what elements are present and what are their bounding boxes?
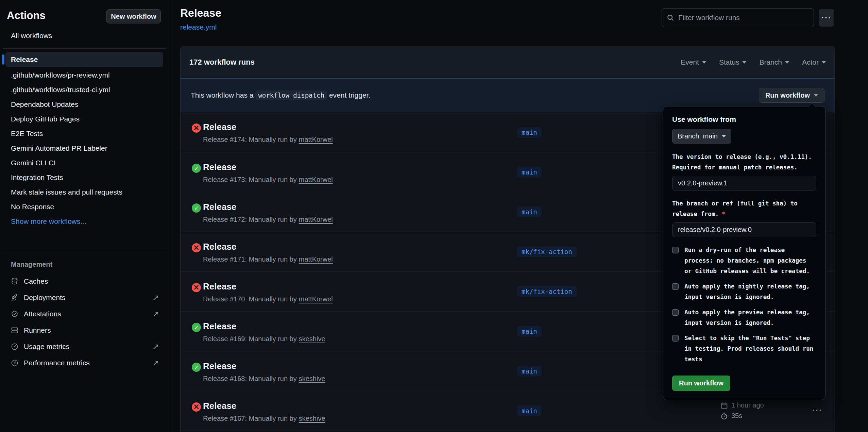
chevron-down-icon xyxy=(814,94,818,97)
checkbox[interactable] xyxy=(672,309,679,316)
branch-select-button[interactable]: Branch: main xyxy=(672,129,731,144)
sidebar-item-usage-metrics[interactable]: Usage metrics ↗ xyxy=(0,338,169,355)
branch-pill[interactable]: main xyxy=(517,206,542,217)
sidebar-item-workflow[interactable]: Gemini Automated PR Labeler xyxy=(0,141,169,155)
filter-workflow-runs-input[interactable] xyxy=(662,8,814,27)
checkbox[interactable] xyxy=(672,335,679,342)
management-list: Caches Deployments ↗ Attestations ↗ xyxy=(0,273,169,371)
run-actor-link[interactable]: mattKorwel xyxy=(299,136,333,144)
run-actor-link[interactable]: mattKorwel xyxy=(299,295,333,303)
run-actor-link[interactable]: mattKorwel xyxy=(299,216,333,223)
sidebar-item-workflow[interactable]: Gemini CLI CI xyxy=(0,155,169,170)
chevron-down-icon xyxy=(822,61,826,64)
runs-filters: Event Status Branch Actor xyxy=(681,58,826,66)
run-status-icon xyxy=(192,323,201,332)
run-status-icon xyxy=(192,203,201,213)
run-status-icon xyxy=(192,283,201,292)
run-actor-link[interactable]: mattKorwel xyxy=(299,176,333,184)
sidebar-item-workflow[interactable]: .github/workflows/trusted-ci.yml xyxy=(0,82,169,97)
ref-input[interactable] xyxy=(672,222,816,237)
version-input[interactable] xyxy=(672,176,816,190)
run-title-link[interactable]: Release xyxy=(203,401,325,411)
search-icon xyxy=(667,14,674,21)
branch-pill[interactable]: main xyxy=(517,405,542,416)
run-title-link[interactable]: Release xyxy=(203,321,325,332)
filter-event[interactable]: Event xyxy=(681,58,706,66)
run-actor-link[interactable]: mattKorwel xyxy=(299,255,333,263)
meter-icon xyxy=(10,359,19,367)
run-description: Release #171: Manually run by xyxy=(203,255,297,263)
run-options-kebab-button[interactable]: ··· xyxy=(812,405,822,415)
chevron-down-icon xyxy=(785,61,789,64)
branch-pill[interactable]: main xyxy=(517,167,542,178)
checkbox[interactable] xyxy=(672,283,679,290)
run-status-icon xyxy=(192,123,201,133)
filter-actor[interactable]: Actor xyxy=(802,58,826,66)
branch-pill[interactable]: main xyxy=(517,366,542,377)
run-title-link[interactable]: Release xyxy=(203,281,333,292)
new-workflow-button[interactable]: New workflow xyxy=(106,9,161,23)
branch-pill[interactable]: mk/fix-action xyxy=(517,246,577,257)
sidebar-item-workflow[interactable]: No Response xyxy=(0,199,169,214)
show-more-workflows-link[interactable]: Show more workflows... xyxy=(0,214,169,229)
sidebar-item-workflow[interactable]: .github/workflows/pr-review.yml xyxy=(0,68,169,82)
page-title: Actions xyxy=(7,10,46,22)
external-link-icon: ↗ xyxy=(152,342,159,351)
sidebar-item-release[interactable]: Release xyxy=(5,52,163,67)
preview-tag-checkbox-row[interactable]: Auto apply the preview release tag, inpu… xyxy=(672,307,816,328)
sidebar-item-deployments[interactable]: Deployments ↗ xyxy=(0,289,169,306)
management-section-header: Management xyxy=(11,261,52,268)
calendar-icon xyxy=(720,402,728,409)
run-workflow-submit-button[interactable]: Run workflow xyxy=(672,376,730,391)
run-workflow-dropdown-button[interactable]: Run workflow xyxy=(759,88,824,103)
sidebar-divider xyxy=(3,48,166,49)
branch-pill[interactable]: main xyxy=(517,326,542,337)
run-title-link[interactable]: Release xyxy=(203,122,333,132)
verified-badge-icon xyxy=(10,310,19,318)
run-status-icon xyxy=(192,243,201,252)
sidebar-divider xyxy=(3,253,166,253)
filter-status[interactable]: Status xyxy=(719,58,747,66)
run-actor-link[interactable]: skeshive xyxy=(299,375,325,383)
sidebar-item-caches[interactable]: Caches xyxy=(0,273,169,289)
skip-tests-checkbox-row[interactable]: Select to skip the "Run Tests" step in t… xyxy=(672,333,816,365)
dropdown-title: Use workflow from xyxy=(672,115,816,123)
sidebar-item-workflow[interactable]: Integration Tests xyxy=(0,170,169,185)
workflow-list: Release .github/workflows/pr-review.yml … xyxy=(0,52,169,229)
rocket-icon xyxy=(10,293,19,302)
search-input[interactable] xyxy=(678,14,809,22)
branch-pill[interactable]: mk/fix-action xyxy=(517,286,577,297)
main-content: Release release.yml ··· 172 workflow run… xyxy=(169,0,868,432)
filter-branch[interactable]: Branch xyxy=(759,58,789,66)
sidebar: Actions New workflow All workflows Relea… xyxy=(0,0,169,432)
workflow-options-kebab-button[interactable]: ··· xyxy=(819,9,834,27)
run-actor-link[interactable]: skeshive xyxy=(299,415,325,422)
sidebar-item-workflow[interactable]: Deploy GitHub Pages xyxy=(0,112,169,126)
sidebar-item-runners[interactable]: Runners xyxy=(0,322,169,338)
banner-text: This workflow has aworkflow_dispatcheven… xyxy=(191,91,370,99)
sidebar-item-workflow[interactable]: Mark stale issues and pull requests xyxy=(0,185,169,199)
sidebar-item-attestations[interactable]: Attestations ↗ xyxy=(0,306,169,322)
run-description: Release #172: Manually run by xyxy=(203,216,297,223)
checkbox[interactable] xyxy=(672,247,679,253)
sidebar-item-workflow[interactable]: Dependabot Updates xyxy=(0,97,169,112)
branch-pill[interactable]: main xyxy=(517,127,542,138)
run-description: Release #174: Manually run by xyxy=(203,136,297,144)
run-title-link[interactable]: Release xyxy=(203,361,325,371)
run-actor-link[interactable]: skeshive xyxy=(299,335,325,343)
server-icon xyxy=(10,326,19,335)
dry-run-checkbox-row[interactable]: Run a dry-run of the release process; no… xyxy=(672,245,816,277)
nightly-tag-checkbox-row[interactable]: Auto apply the nightly release tag, inpu… xyxy=(672,281,816,302)
run-description: Release #169: Manually run by xyxy=(203,335,297,343)
workflow-file-link[interactable]: release.yml xyxy=(180,23,217,31)
run-title-link[interactable]: Release xyxy=(203,202,333,212)
sidebar-item-workflow[interactable]: E2E Tests xyxy=(0,126,169,141)
runs-count: 172 workflow runs xyxy=(189,58,255,67)
active-indicator xyxy=(2,54,4,65)
row-divider xyxy=(181,431,835,431)
sidebar-item-all-workflows[interactable]: All workflows xyxy=(11,32,52,40)
run-title-link[interactable]: Release xyxy=(203,242,333,252)
sidebar-item-performance-metrics[interactable]: Performance metrics ↗ xyxy=(0,355,169,371)
run-title-link[interactable]: Release xyxy=(203,162,333,172)
run-meta: 1 hour ago 35s xyxy=(720,401,764,420)
